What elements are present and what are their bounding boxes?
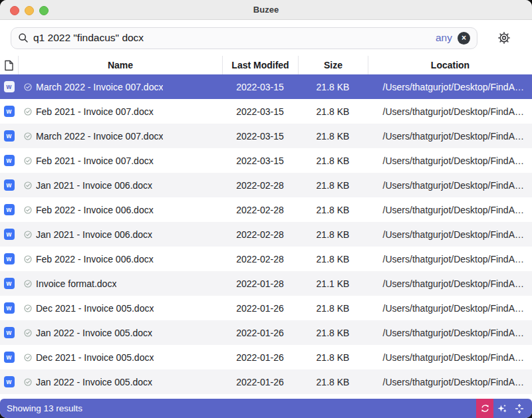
check-circle-icon (24, 157, 32, 165)
column-header-name[interactable]: Name (18, 56, 222, 74)
check-circle-icon (24, 304, 32, 312)
table-row[interactable]: w March 2022 - Invoice 007.docx 2022-03-… (0, 74, 532, 99)
results-count: Showing 13 results (7, 403, 82, 413)
file-modified-date: 2022-03-15 (222, 74, 298, 99)
check-circle-icon (24, 378, 32, 386)
table-row[interactable]: w Dec 2021 - Invoice 005.docx 2022-01-26… (0, 345, 532, 369)
unfold-vertical-icon (515, 404, 524, 413)
file-modified-date: 2022-01-26 (222, 369, 298, 394)
clear-search-button[interactable]: × (458, 32, 470, 45)
file-modified-date: 2022-02-28 (222, 247, 298, 271)
file-location: /Users/thatgurjot/Desktop/FindA… (368, 320, 532, 345)
check-circle-icon (24, 132, 32, 140)
document-icon (4, 60, 14, 71)
check-circle-icon (24, 181, 32, 189)
file-modified-date: 2022-01-28 (222, 271, 298, 296)
file-name: Jan 2021 - Invoice 006.docx (36, 180, 152, 191)
file-location: /Users/thatgurjot/Desktop/FindA… (368, 148, 532, 173)
file-size: 21.8 KB (298, 124, 368, 148)
file-size: 21.8 KB (298, 247, 368, 271)
file-size: 21.8 KB (298, 173, 368, 197)
check-circle-icon (24, 280, 32, 288)
file-location: /Users/thatgurjot/Desktop/FindA… (368, 271, 532, 296)
file-name: Jan 2022 - Invoice 005.docx (36, 377, 152, 387)
column-header-size[interactable]: Size (298, 56, 368, 74)
file-size: 21.8 KB (298, 99, 368, 124)
ai-sparkles-button[interactable] (493, 399, 511, 418)
file-modified-date: 2022-02-28 (222, 222, 298, 247)
check-circle-icon (24, 83, 32, 91)
file-size: 21.8 KB (298, 296, 368, 320)
file-name: Dec 2021 - Invoice 005.docx (36, 352, 154, 363)
column-header-location[interactable]: Location (368, 56, 532, 74)
table-row[interactable]: w Feb 2022 - Invoice 006.docx 2022-02-28… (0, 197, 532, 222)
refresh-button[interactable] (476, 399, 493, 418)
file-name: Feb 2022 - Invoice 006.docx (36, 254, 154, 264)
search-input[interactable] (33, 32, 436, 44)
file-modified-date: 2022-03-15 (222, 124, 298, 148)
file-size: 21.8 KB (298, 74, 368, 99)
word-file-icon: w (4, 253, 15, 264)
word-file-icon: w (4, 204, 15, 215)
file-location: /Users/thatgurjot/Desktop/FindA… (368, 222, 532, 247)
check-circle-icon (24, 255, 32, 263)
file-modified-date: 2022-01-26 (222, 296, 298, 320)
file-name: March 2022 - Invoice 007.docx (36, 131, 163, 142)
file-location: /Users/thatgurjot/Desktop/FindA… (368, 99, 532, 124)
word-file-icon: w (4, 376, 15, 387)
check-circle-icon (24, 354, 32, 362)
word-file-icon: w (4, 81, 15, 92)
search-section: any × (0, 20, 532, 56)
file-location: /Users/thatgurjot/Desktop/FindA… (368, 173, 532, 197)
sparkles-icon (497, 403, 507, 414)
column-header-file-type[interactable] (0, 56, 18, 74)
word-file-icon: w (4, 302, 15, 314)
check-circle-icon (24, 329, 32, 337)
word-file-icon: w (4, 179, 15, 191)
file-location: /Users/thatgurjot/Desktop/FindA… (368, 124, 532, 148)
search-scope-badge[interactable]: any (436, 32, 452, 44)
word-file-icon: w (4, 130, 15, 142)
settings-button[interactable] (496, 30, 512, 46)
table-bottom-gap (0, 394, 532, 399)
file-name: Invoice format.docx (36, 278, 116, 289)
table-row[interactable]: w March 2022 - Invoice 007.docx 2022-03-… (0, 124, 532, 148)
table-row[interactable]: w Jan 2021 - Invoice 006.docx 2022-02-28… (0, 173, 532, 197)
table-row[interactable]: w Dec 2021 - Invoice 005.docx 2022-01-26… (0, 296, 532, 320)
file-name: Feb 2021 - Invoice 007.docx (36, 106, 154, 117)
file-name: Jan 2022 - Invoice 005.docx (36, 328, 152, 338)
file-size: 21.8 KB (298, 320, 368, 345)
table-row[interactable]: w Jan 2021 - Invoice 006.docx 2022-02-28… (0, 222, 532, 247)
row-density-button[interactable] (511, 399, 528, 418)
results-table-header: Name Last Modifed Size Location (0, 56, 532, 74)
table-row[interactable]: w Feb 2021 - Invoice 007.docx 2022-03-15… (0, 99, 532, 124)
file-name: March 2022 - Invoice 007.docx (36, 82, 163, 92)
check-circle-icon (24, 231, 32, 239)
word-file-icon: w (4, 352, 15, 363)
table-row[interactable]: w Feb 2022 - Invoice 006.docx 2022-02-28… (0, 247, 532, 271)
file-location: /Users/thatgurjot/Desktop/FindA… (368, 197, 532, 222)
word-file-icon: w (4, 106, 15, 117)
word-file-icon: w (4, 229, 15, 240)
file-size: 21.8 KB (298, 148, 368, 173)
file-modified-date: 2022-03-15 (222, 99, 298, 124)
status-bar: Showing 13 results (0, 399, 532, 418)
table-row[interactable]: w Invoice format.docx 2022-01-28 21.1 KB… (0, 271, 532, 296)
check-circle-icon (24, 108, 32, 116)
file-modified-date: 2022-02-28 (222, 173, 298, 197)
window-title: Buzee (0, 0, 532, 19)
file-size: 21.8 KB (298, 222, 368, 247)
table-row[interactable]: w Jan 2022 - Invoice 005.docx 2022-01-26… (0, 369, 532, 394)
check-circle-icon (24, 206, 32, 214)
search-box[interactable]: any × (11, 27, 477, 49)
file-location: /Users/thatgurjot/Desktop/FindA… (368, 345, 532, 369)
table-row[interactable]: w Feb 2021 - Invoice 007.docx 2022-03-15… (0, 148, 532, 173)
file-modified-date: 2022-02-28 (222, 197, 298, 222)
file-size: 21.8 KB (298, 369, 368, 394)
file-location: /Users/thatgurjot/Desktop/FindA… (368, 369, 532, 394)
column-header-modified[interactable]: Last Modifed (222, 56, 298, 74)
table-row[interactable]: w Jan 2022 - Invoice 005.docx 2022-01-26… (0, 320, 532, 345)
file-location: /Users/thatgurjot/Desktop/FindA… (368, 296, 532, 320)
file-location: /Users/thatgurjot/Desktop/FindA… (368, 247, 532, 271)
file-name: Feb 2021 - Invoice 007.docx (36, 156, 154, 166)
